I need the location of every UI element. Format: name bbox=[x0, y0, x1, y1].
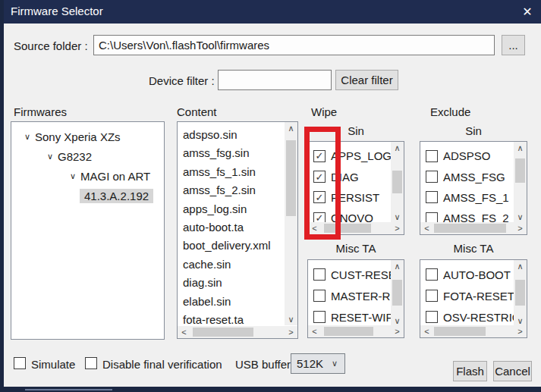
wipe-misc-ta-list[interactable]: CUST-RESETMASTER-RERESET-WIPI ∧ ∨ < > bbox=[307, 259, 404, 338]
checkbox-label: MASTER-RE bbox=[331, 290, 391, 303]
wipe-section-label: Wipe bbox=[311, 105, 337, 118]
list-item[interactable]: elabel.sin bbox=[178, 293, 285, 311]
unchecked-checkbox-icon[interactable] bbox=[313, 268, 326, 281]
vertical-scrollbar[interactable]: ∧ ∨ bbox=[391, 142, 404, 223]
flash-button[interactable]: Flash bbox=[453, 361, 487, 381]
source-folder-label: Source folder : bbox=[14, 39, 88, 52]
chevron-down-icon[interactable]: ∨ bbox=[24, 132, 35, 142]
scroll-down-icon[interactable]: ∨ bbox=[391, 211, 404, 223]
scrollbar-thumb[interactable] bbox=[392, 171, 402, 193]
unchecked-checkbox-icon[interactable] bbox=[426, 290, 438, 302]
scroll-left-icon[interactable]: < bbox=[420, 222, 433, 234]
unchecked-checkbox-icon[interactable] bbox=[14, 357, 26, 369]
clear-filter-button[interactable]: Clear filter bbox=[335, 70, 398, 90]
scrollbar-thumb[interactable] bbox=[434, 327, 486, 336]
list-item[interactable]: diag.sin bbox=[178, 274, 285, 292]
disable-verification-checkbox-label[interactable]: Disable final verification bbox=[102, 358, 222, 371]
checkbox-item[interactable]: MASTER-RE bbox=[308, 285, 391, 306]
scrollbar-thumb[interactable] bbox=[324, 327, 373, 336]
scroll-up-icon[interactable]: ∧ bbox=[285, 122, 297, 134]
scroll-left-icon[interactable]: < bbox=[178, 326, 190, 338]
unchecked-checkbox-icon[interactable] bbox=[313, 311, 326, 323]
scrollbar-thumb[interactable] bbox=[392, 280, 402, 306]
content-list[interactable]: adspso.sinamss_fsg.sinamss_fs_1.sinamss_… bbox=[177, 121, 298, 339]
horizontal-scrollbar[interactable]: < > bbox=[420, 222, 527, 234]
exclude-misc-ta-label: Misc TA bbox=[420, 242, 527, 255]
title-bar[interactable]: Firmware Selector ✕ bbox=[4, 0, 541, 24]
tree-item[interactable]: ∨MAGI on ART bbox=[11, 166, 164, 186]
scroll-up-icon[interactable]: ∧ bbox=[391, 142, 404, 154]
checkbox-item[interactable]: RESET-WIPI bbox=[308, 306, 391, 325]
unchecked-checkbox-icon[interactable] bbox=[313, 290, 326, 302]
simulate-checkbox-label[interactable]: Simulate bbox=[31, 358, 75, 371]
scroll-up-icon[interactable]: ∧ bbox=[514, 142, 527, 154]
close-icon[interactable]: ✕ bbox=[517, 2, 538, 21]
checkbox-label: ADSPSO bbox=[443, 149, 491, 162]
checkbox-label: AMSS_FSG bbox=[443, 171, 505, 183]
tree-item[interactable]: ∨G8232 bbox=[11, 146, 164, 166]
cancel-button[interactable]: Cancel bbox=[493, 361, 532, 381]
horizontal-scrollbar[interactable]: < > bbox=[308, 325, 404, 337]
list-item[interactable]: adspso.sin bbox=[178, 126, 285, 144]
list-item[interactable]: fota-reset.ta bbox=[178, 311, 285, 325]
unchecked-checkbox-icon[interactable] bbox=[426, 212, 438, 222]
scrollbar-thumb[interactable] bbox=[286, 140, 296, 216]
scrollbar-thumb[interactable] bbox=[193, 328, 253, 337]
tree-item[interactable]: ∨Sony Xperia XZs bbox=[11, 127, 164, 146]
vertical-scrollbar[interactable]: ∧ ∨ bbox=[391, 260, 404, 327]
usb-buffer-select[interactable]: 512K ∨ bbox=[291, 353, 345, 374]
chevron-down-icon[interactable]: ∨ bbox=[47, 152, 58, 162]
scroll-down-icon[interactable]: ∨ bbox=[514, 211, 527, 223]
scroll-down-icon[interactable]: ∨ bbox=[285, 313, 297, 325]
checkbox-item[interactable]: AMSS_FS_1 bbox=[420, 187, 514, 208]
checkbox-label: AMSS_FS_1 bbox=[443, 191, 509, 204]
chevron-down-icon[interactable]: ∨ bbox=[70, 171, 80, 181]
list-item[interactable]: amss_fs_2.sin bbox=[178, 181, 285, 199]
scroll-up-icon[interactable]: ∧ bbox=[514, 260, 527, 272]
scroll-right-icon[interactable]: > bbox=[514, 325, 527, 337]
scroll-up-icon[interactable]: ∧ bbox=[391, 260, 404, 272]
browse-button[interactable]: ... bbox=[502, 35, 525, 55]
checkbox-item[interactable]: AMSS_FS_2 bbox=[420, 208, 514, 222]
source-folder-input[interactable] bbox=[93, 35, 495, 55]
checkbox-item[interactable]: AUTO-BOOT bbox=[420, 264, 514, 285]
list-item[interactable]: auto-boot.ta bbox=[178, 218, 285, 237]
unchecked-checkbox-icon[interactable] bbox=[426, 191, 438, 203]
device-filter-input[interactable] bbox=[218, 70, 332, 90]
list-item[interactable]: amss_fsg.sin bbox=[178, 144, 285, 162]
vertical-scrollbar[interactable]: ∧ ∨ bbox=[285, 122, 297, 325]
exclude-sin-list[interactable]: ADSPSOAMSS_FSGAMSS_FS_1AMSS_FS_2 ∧ ∨ < > bbox=[420, 141, 527, 235]
scroll-left-icon[interactable]: < bbox=[308, 325, 321, 337]
unchecked-checkbox-icon[interactable] bbox=[426, 171, 438, 183]
scrollbar-thumb[interactable] bbox=[434, 224, 506, 233]
checkbox-item[interactable]: OSV-RESTRICT bbox=[420, 306, 514, 325]
checkbox-item[interactable]: CUST-RESET bbox=[308, 264, 391, 285]
horizontal-scrollbar[interactable]: < > bbox=[420, 325, 527, 337]
list-item[interactable]: amss_fs_1.sin bbox=[178, 163, 285, 181]
scrollbar-thumb[interactable] bbox=[515, 158, 525, 183]
scroll-right-icon[interactable]: > bbox=[285, 326, 297, 338]
horizontal-scrollbar[interactable]: < > bbox=[178, 326, 297, 338]
vertical-scrollbar[interactable]: ∧ ∨ bbox=[514, 142, 527, 223]
unchecked-checkbox-icon[interactable] bbox=[426, 268, 438, 281]
unchecked-checkbox-icon[interactable] bbox=[426, 311, 438, 323]
list-item[interactable]: apps_log.sin bbox=[178, 200, 285, 218]
checkbox-item[interactable]: ADSPSO bbox=[420, 146, 514, 166]
scrollbar-thumb[interactable] bbox=[515, 280, 525, 306]
checkbox-item[interactable]: FOTA-RESET bbox=[420, 285, 514, 306]
checkbox-label: AMSS_FS_2 bbox=[443, 212, 509, 222]
exclude-misc-ta-list[interactable]: AUTO-BOOTFOTA-RESETOSV-RESTRICT ∧ ∨ < > bbox=[420, 259, 527, 338]
tree-item[interactable]: 41.3.A.2.192 bbox=[11, 186, 164, 205]
checkbox-item[interactable]: AMSS_FSG bbox=[420, 166, 514, 187]
list-item[interactable]: cache.sin bbox=[178, 256, 285, 274]
vertical-scrollbar[interactable]: ∧ ∨ bbox=[514, 260, 527, 327]
scroll-right-icon[interactable]: > bbox=[391, 222, 404, 234]
scroll-right-icon[interactable]: > bbox=[514, 222, 527, 234]
scroll-right-icon[interactable]: > bbox=[391, 325, 404, 337]
unchecked-checkbox-icon[interactable] bbox=[426, 150, 438, 162]
list-item[interactable]: boot_delivery.xml bbox=[178, 237, 285, 255]
device-filter-label: Device filter : bbox=[149, 74, 215, 87]
scroll-left-icon[interactable]: < bbox=[420, 325, 433, 337]
unchecked-checkbox-icon[interactable] bbox=[85, 357, 97, 369]
firmwares-tree[interactable]: ∨Sony Xperia XZs∨G8232∨MAGI on ART41.3.A… bbox=[11, 121, 165, 340]
